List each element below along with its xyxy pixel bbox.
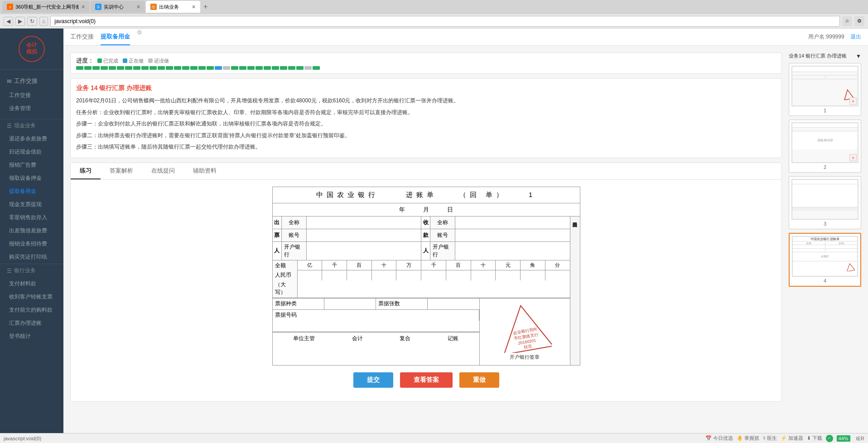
sidebar-item-lingxing[interactable]: 零星销售款存入 — [0, 211, 63, 224]
instrument-type-val[interactable] — [324, 299, 376, 309]
amount-wan[interactable] — [396, 270, 421, 280]
tab-resource[interactable]: 辅助资料 — [184, 163, 226, 179]
progress-block — [313, 66, 320, 70]
instrument-code-val[interactable] — [273, 321, 479, 332]
view-answer-button[interactable]: 查看答案 — [400, 372, 453, 388]
home-button[interactable]: ⌂ — [39, 17, 48, 26]
progress-block — [239, 66, 246, 70]
in-account-val[interactable] — [455, 229, 570, 241]
amount-fen[interactable] — [545, 270, 570, 280]
submit-button[interactable]: 提交 — [353, 372, 393, 388]
out-name-label: 全称 — [282, 217, 307, 229]
sidebar-item-goumai[interactable]: 购买凭证打印纸 — [0, 250, 63, 264]
top-nav: 工作交接 提取备用金 ⚙ 用户名:999999 退出 — [63, 29, 868, 46]
tab-add-button[interactable]: + — [201, 3, 210, 11]
in-bank-val[interactable] — [455, 242, 570, 260]
status-item-doctor[interactable]: ⚕ 医生 — [763, 435, 777, 442]
tab-3[interactable]: 出 出纳业务 ✕ — [146, 1, 200, 13]
progress-label: 进度： — [76, 57, 94, 65]
amount-shi2[interactable] — [471, 270, 496, 280]
in-char-3: 人 — [421, 242, 430, 260]
amount-qian1[interactable] — [322, 270, 347, 280]
status-item-palm[interactable]: 🤚 掌握抓 — [737, 435, 759, 442]
amount-shi1[interactable] — [372, 270, 397, 280]
tab-2[interactable]: 实 实训中心 ✕ — [91, 1, 145, 13]
tab-answer[interactable]: 答案解析 — [101, 163, 142, 179]
instrument-type-label: 票据种类 — [273, 299, 324, 309]
thumbnail-2[interactable]: 进账单内容 X 2 — [789, 120, 861, 173]
sidebar-item-tuihuan[interactable]: 退还多余差旅费 — [0, 132, 63, 145]
sidebar-item-huipiao[interactable]: 汇票办理进账 — [0, 317, 63, 330]
amount-yuan[interactable] — [496, 270, 521, 280]
thumbnail-img-2: 进账单内容 X — [791, 122, 858, 163]
out-account-label: 账号 — [282, 229, 307, 241]
settings-icon[interactable]: ⚙ — [854, 16, 864, 26]
back-button[interactable]: ◀ — [4, 17, 13, 26]
thumbnail-4[interactable]: 中国农业银行 进账单 全称全称 金额栏 — [789, 233, 861, 287]
refresh-button[interactable]: ↻ — [27, 17, 37, 26]
status-item-download[interactable]: ⬇ 下载 — [807, 435, 822, 442]
sidebar-item-gongzuojiaojie[interactable]: ✉ 工作交接 — [0, 73, 63, 89]
tab-question[interactable]: 在线提问 — [142, 163, 184, 179]
status-item-accelerator[interactable]: ⚡ 加速器 — [781, 435, 803, 442]
out-bank-val[interactable] — [307, 242, 422, 260]
tab-close-2[interactable]: ✕ — [136, 4, 140, 10]
svg-text:模拟: 模拟 — [26, 48, 38, 55]
tab-close-1[interactable]: ✕ — [81, 4, 85, 10]
amount-right: 亿 千 百 十 万 千 百 十 — [298, 260, 570, 298]
sidebar-item-zhifu[interactable]: 支付材料款 — [0, 277, 63, 290]
sidebar-item-xianjin-zhipiao[interactable]: 现金支票提现 — [0, 198, 63, 211]
sidebar-item-lingqu[interactable]: 领取设备押金 — [0, 172, 63, 185]
sidebar: 会计 模拟 ✉ 工作交接 工作交接 业务管理 ☰ 现金业务 退还多余差旅费 归还… — [0, 29, 63, 433]
nav-tiqubeiyon[interactable]: 提取备用金 — [101, 29, 130, 45]
sidebar-sub-yewuguanli[interactable]: 业务管理 — [0, 102, 63, 115]
right-title: 业务14 银行汇票 办理进账 — [789, 53, 847, 59]
browser-icons: ☆ ⚙ — [842, 16, 864, 26]
status-item-today[interactable]: 📅 今日优选 — [705, 435, 733, 442]
tab-close-3[interactable]: ✕ — [192, 4, 196, 10]
reset-button[interactable]: 重做 — [459, 372, 499, 388]
logout-button[interactable]: 退出 — [850, 34, 861, 40]
sidebar-item-zhifu2[interactable]: 支付前欠的购料款 — [0, 303, 63, 317]
amount-section-row: 全额 人民币 （大写） 亿 千 — [273, 260, 570, 298]
amount-bai2[interactable] — [446, 270, 471, 280]
instrument-count-label: 票据张数 — [376, 299, 428, 309]
sidebar-item-baoxiao[interactable]: 报销广告费 — [0, 159, 63, 172]
sidebar-item-tiqu[interactable]: 提取备用金 — [0, 185, 63, 198]
progress-block — [231, 66, 238, 70]
sidebar-item-baoxiao2[interactable]: 报销业务招待费 — [0, 237, 63, 250]
tab-label-1: 360导航_新一代安全上网导航 — [15, 4, 79, 10]
tab-favicon-3: 出 — [150, 4, 157, 10]
out-char-3: 人 — [273, 242, 282, 260]
progress-block — [280, 66, 287, 70]
right-header: 业务14 银行汇票 办理进账 ▼ — [789, 53, 861, 59]
bank-icon: ☰ — [7, 268, 12, 274]
out-account-val[interactable] — [307, 229, 422, 241]
right-dropdown-icon[interactable]: ▼ — [856, 53, 861, 59]
thumbnail-3[interactable]: 3 — [789, 176, 861, 229]
sidebar-item-guihuan[interactable]: 归还现金借款 — [0, 145, 63, 159]
in-name-val[interactable] — [455, 217, 570, 229]
sidebar-item-shoudao[interactable]: 收到客户转账支票 — [0, 290, 63, 303]
star-icon[interactable]: ☆ — [842, 16, 852, 26]
status-text-ter: tER — [856, 436, 864, 441]
amount-yi[interactable] — [298, 270, 323, 280]
instrument-count-val[interactable] — [428, 299, 479, 309]
sidebar-item-chuchai[interactable]: 出差预借差旅费 — [0, 224, 63, 237]
amount-bai1[interactable] — [347, 270, 372, 280]
nav-settings-icon[interactable]: ⚙ — [137, 29, 142, 45]
amount-qian2[interactable] — [421, 270, 446, 280]
sidebar-item-dengshu[interactable]: 登书核计 — [0, 330, 63, 343]
forward-button[interactable]: ▶ — [15, 17, 25, 26]
out-name-val[interactable] — [307, 217, 422, 229]
bank-sig-label: 开户银行签章 — [510, 354, 540, 361]
tab-practice[interactable]: 练习 — [71, 163, 101, 179]
tab-favicon-1: 3 — [7, 4, 13, 10]
thumbnail-1[interactable]: X 1 — [789, 63, 861, 116]
progress-block — [109, 66, 116, 70]
url-input[interactable] — [50, 16, 840, 27]
amount-jiao[interactable] — [521, 270, 545, 280]
tab-1[interactable]: 3 360导航_新一代安全上网导航 ✕ — [2, 1, 90, 13]
nav-gongzuojiaojie[interactable]: 工作交接 — [70, 29, 94, 45]
sidebar-sub-gongzuojiaojie[interactable]: 工作交接 — [0, 89, 63, 102]
